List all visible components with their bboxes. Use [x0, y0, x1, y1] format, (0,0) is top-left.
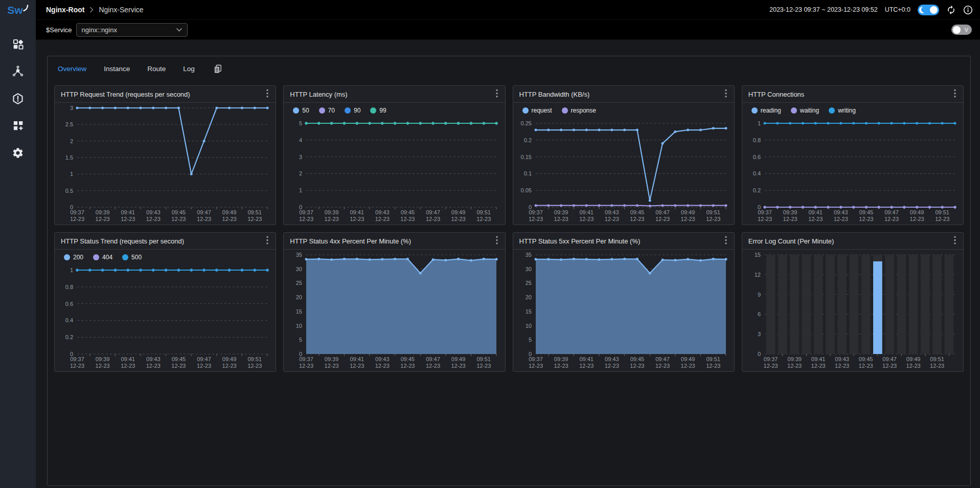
copy-dashboard-icon[interactable]: [213, 64, 223, 74]
breadcrumb-current[interactable]: Nginx-Service: [99, 6, 143, 14]
svg-text:09:39: 09:39: [554, 209, 568, 215]
svg-text:35: 35: [296, 252, 302, 258]
legend-item-writing[interactable]: writing: [829, 107, 856, 114]
legend-item-404[interactable]: 404: [93, 254, 112, 261]
panel-menu-icon[interactable]: [264, 235, 270, 248]
svg-text:12-23: 12-23: [655, 216, 669, 222]
svg-text:12-23: 12-23: [930, 363, 944, 369]
edit-mode-toggle[interactable]: V: [951, 25, 972, 35]
svg-text:10: 10: [525, 323, 531, 329]
panel-menu-icon[interactable]: [723, 88, 729, 101]
svg-text:12-23: 12-23: [604, 216, 619, 222]
svg-text:09:43: 09:43: [375, 209, 390, 215]
svg-text:12-23: 12-23: [835, 363, 849, 369]
panel-menu-icon[interactable]: [494, 88, 500, 101]
chart-plot-bandwidth[interactable]: 00.050.10.150.20.2509:3712-2309:3912-230…: [513, 118, 734, 225]
svg-text:09:51: 09:51: [247, 356, 262, 362]
svg-text:0.05: 0.05: [520, 187, 531, 193]
svg-text:09:45: 09:45: [172, 356, 186, 362]
svg-text:25: 25: [525, 280, 531, 286]
theme-toggle[interactable]: [918, 5, 939, 15]
breadcrumb-root[interactable]: Nginx-Root: [46, 6, 84, 14]
alert-hexagon-icon: [12, 93, 24, 105]
svg-text:0.1: 0.1: [523, 170, 531, 176]
svg-text:12-23: 12-23: [171, 363, 186, 369]
svg-text:09:39: 09:39: [96, 356, 110, 362]
legend-item-response[interactable]: response: [562, 107, 596, 114]
refresh-button[interactable]: [946, 5, 956, 15]
legend-item-500[interactable]: 500: [122, 254, 142, 261]
chart-plot-status-4xx[interactable]: 0510152025303509:3712-2309:3912-2309:411…: [284, 250, 505, 371]
sidebar-item-alerting[interactable]: [0, 85, 36, 112]
sidebar-item-settings[interactable]: [0, 139, 36, 166]
svg-text:12-23: 12-23: [121, 216, 135, 222]
svg-text:1: 1: [299, 187, 302, 193]
chart-panel-status-4xx: HTTP Status 4xx Percent Per Minute (%)05…: [283, 232, 505, 372]
panel-menu-icon[interactable]: [952, 235, 958, 248]
panel-menu-icon[interactable]: [264, 88, 270, 101]
svg-text:12-23: 12-23: [222, 363, 237, 369]
svg-text:12-23: 12-23: [476, 363, 491, 369]
breadcrumb-chevron-icon: [89, 7, 94, 13]
svg-text:12-23: 12-23: [426, 216, 440, 222]
sidebar-item-dashboards[interactable]: [0, 112, 36, 139]
svg-text:5: 5: [528, 337, 531, 343]
legend-item-request[interactable]: request: [522, 107, 552, 114]
svg-text:9: 9: [758, 292, 761, 298]
svg-text:12-23: 12-23: [197, 216, 211, 222]
svg-text:12-23: 12-23: [554, 216, 568, 222]
sidebar: Sw: [0, 0, 36, 488]
legend-item-90[interactable]: 90: [345, 107, 360, 114]
svg-text:30: 30: [525, 266, 531, 272]
svg-text:1.5: 1.5: [65, 154, 73, 161]
legend-item-70[interactable]: 70: [319, 107, 335, 114]
svg-text:0.15: 0.15: [520, 154, 531, 160]
svg-text:12-23: 12-23: [884, 216, 899, 222]
svg-text:12-23: 12-23: [763, 363, 778, 369]
moon-icon: [919, 7, 926, 13]
svg-text:09:49: 09:49: [451, 356, 466, 362]
legend-label: 50: [302, 107, 309, 114]
svg-text:3: 3: [299, 154, 302, 160]
time-range-picker[interactable]: 2023-12-23 09:37 ~ 2023-12-23 09:52: [769, 6, 878, 13]
panel-menu-icon[interactable]: [494, 235, 500, 248]
svg-text:20: 20: [525, 294, 531, 300]
svg-text:09:41: 09:41: [811, 356, 826, 362]
svg-text:09:47: 09:47: [655, 356, 670, 362]
svg-text:12-23: 12-23: [783, 216, 797, 222]
refresh-icon: [946, 5, 956, 15]
panel-menu-icon[interactable]: [952, 88, 958, 101]
header-controls: 2023-12-23 09:37 ~ 2023-12-23 09:52 UTC+…: [769, 5, 973, 15]
legend-item-200[interactable]: 200: [64, 254, 83, 261]
chart-plot-latency[interactable]: 01234509:3712-2309:3912-2309:4112-2309:4…: [284, 118, 505, 225]
chart-plot-error-log[interactable]: 0369121509:3712-2309:3912-2309:4112-2309…: [742, 250, 963, 371]
tab-instance[interactable]: Instance: [104, 65, 130, 73]
sidebar-item-marketplace[interactable]: [0, 31, 36, 58]
info-button[interactable]: [963, 5, 973, 15]
legend-item-50[interactable]: 50: [293, 107, 309, 114]
tab-log[interactable]: Log: [183, 65, 195, 73]
svg-text:09:51: 09:51: [247, 209, 262, 215]
legend-item-99[interactable]: 99: [370, 107, 386, 114]
panel-menu-icon[interactable]: [723, 235, 729, 248]
svg-text:0.4: 0.4: [65, 317, 73, 323]
chart-plot-request-trend[interactable]: 00.511.522.5309:3712-2309:3912-2309:4112…: [55, 103, 276, 225]
service-select[interactable]: nginx::nginx: [76, 23, 188, 37]
legend-dot-icon: [791, 107, 797, 114]
svg-text:2.5: 2.5: [65, 121, 73, 127]
svg-text:09:43: 09:43: [375, 356, 390, 362]
chart-plot-connections[interactable]: 00.20.40.60.8109:3712-2309:3912-2309:411…: [742, 118, 963, 225]
legend-item-waiting[interactable]: waiting: [791, 107, 819, 114]
chart-plot-status-5xx[interactable]: 0510152025303509:3712-2309:3912-2309:411…: [513, 250, 734, 371]
svg-text:0.4: 0.4: [753, 170, 760, 176]
tab-overview[interactable]: Overview: [58, 65, 86, 73]
chart-title-status-5xx: HTTP Status 5xx Percent Per Minute (%): [519, 237, 641, 245]
svg-text:12-23: 12-23: [630, 363, 644, 369]
svg-text:12-23: 12-23: [935, 216, 949, 222]
chart-panel-error-log: Error Log Count (Per Minute)0369121509:3…: [742, 232, 964, 372]
sidebar-item-topology[interactable]: [0, 58, 36, 85]
tab-route[interactable]: Route: [147, 65, 166, 73]
legend-item-reading[interactable]: reading: [751, 107, 781, 114]
chart-plot-status-trend[interactable]: 00.20.40.60.8109:3712-2309:3912-2309:411…: [55, 265, 276, 371]
svg-text:12-23: 12-23: [350, 216, 364, 222]
